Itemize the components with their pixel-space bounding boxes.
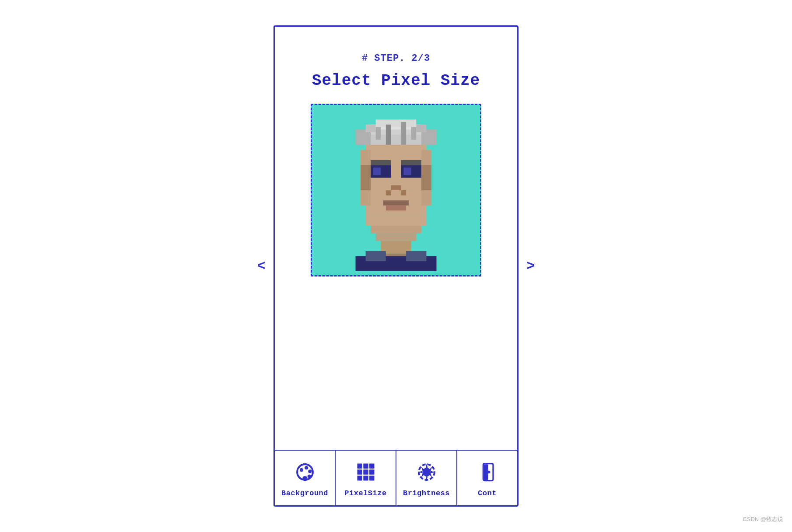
svg-rect-20: [373, 167, 381, 175]
svg-rect-12: [411, 127, 417, 140]
svg-rect-25: [386, 190, 391, 196]
svg-rect-3: [361, 134, 431, 144]
svg-rect-27: [383, 200, 409, 206]
svg-point-56: [487, 471, 491, 474]
svg-rect-29: [366, 215, 427, 225]
svg-rect-17: [421, 165, 431, 190]
svg-rect-16: [361, 165, 371, 190]
toolbar-label-pixelsize: PixelSize: [344, 489, 386, 497]
svg-rect-10: [401, 122, 407, 144]
svg-rect-43: [357, 464, 362, 469]
svg-rect-6: [366, 124, 376, 132]
toolbar-label-contrast: Cont: [478, 489, 497, 497]
svg-point-41: [307, 475, 311, 478]
svg-rect-51: [369, 476, 374, 480]
svg-rect-22: [371, 160, 391, 165]
toolbar-item-background[interactable]: Background: [275, 451, 336, 505]
svg-rect-48: [369, 469, 374, 474]
svg-rect-35: [366, 251, 386, 261]
svg-rect-50: [363, 476, 368, 480]
svg-point-38: [299, 468, 303, 472]
svg-rect-23: [401, 160, 421, 165]
card-wrapper: < # STEP. 2/3 Select Pixel Size: [249, 25, 543, 507]
toolbar-label-brightness: Brightness: [403, 489, 450, 497]
contrast-icon: [476, 460, 499, 484]
svg-rect-44: [363, 464, 368, 469]
svg-rect-47: [363, 469, 368, 474]
svg-rect-45: [369, 464, 374, 469]
svg-point-39: [305, 466, 308, 469]
grid-icon: [354, 460, 378, 484]
svg-point-40: [308, 469, 312, 473]
palette-icon: [293, 460, 317, 484]
step-title: Select Pixel Size: [312, 72, 480, 90]
sun-icon: [415, 460, 438, 484]
svg-rect-28: [386, 205, 406, 210]
svg-rect-24: [391, 185, 401, 190]
app-card: # STEP. 2/3 Select Pixel Size: [273, 25, 519, 507]
preview-image: [311, 104, 481, 276]
svg-rect-11: [376, 127, 381, 140]
svg-rect-31: [376, 233, 417, 241]
svg-rect-26: [401, 190, 407, 196]
svg-rect-36: [406, 251, 426, 261]
svg-rect-9: [386, 124, 391, 144]
step-label: # STEP. 2/3: [362, 53, 430, 64]
svg-rect-8: [376, 119, 417, 127]
svg-rect-7: [416, 124, 426, 132]
toolbar-item-pixelsize[interactable]: PixelSize: [336, 451, 396, 505]
toolbar: Background: [275, 450, 517, 505]
toolbar-item-contrast[interactable]: Cont: [457, 451, 517, 505]
toolbar-label-background: Background: [281, 489, 328, 497]
svg-rect-49: [357, 476, 362, 480]
toolbar-item-brightness[interactable]: Brightness: [396, 451, 457, 505]
watermark: CSDN @牧志说: [743, 515, 783, 523]
left-arrow-button[interactable]: <: [249, 254, 273, 279]
svg-rect-46: [357, 469, 362, 474]
svg-point-42: [302, 476, 307, 481]
svg-rect-30: [371, 225, 421, 233]
svg-rect-21: [403, 167, 411, 175]
toolbar-items: Background: [275, 451, 517, 505]
pixel-face-svg: [315, 109, 477, 271]
right-arrow-button[interactable]: >: [519, 254, 543, 279]
